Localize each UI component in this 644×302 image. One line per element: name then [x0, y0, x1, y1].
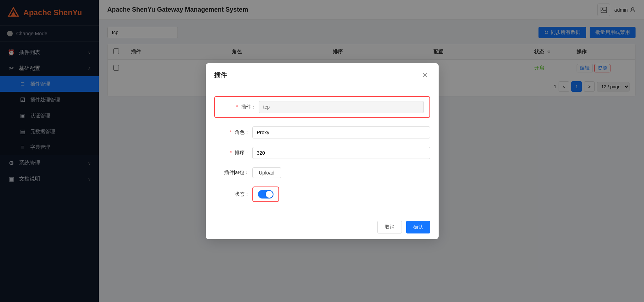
modal-title: 插件	[214, 71, 227, 79]
order-input[interactable]	[252, 147, 430, 159]
modal-body: * 插件： * 角色： * 排序：	[206, 86, 439, 215]
modal-overlay: 插件 ✕ * 插件： * 角色：	[0, 0, 644, 302]
cancel-button[interactable]: 取消	[377, 221, 402, 233]
plugin-modal: 插件 ✕ * 插件： * 角色：	[206, 63, 439, 239]
status-field: 状态：	[214, 186, 430, 202]
status-label: 状态：	[214, 191, 249, 197]
order-label: * 排序：	[214, 150, 249, 156]
modal-header: 插件 ✕	[206, 63, 439, 86]
role-label: * 角色：	[214, 129, 249, 136]
plugin-field-wrapper: * 插件：	[214, 96, 430, 118]
order-field: * 排序：	[214, 147, 430, 159]
role-field: * 角色：	[214, 126, 430, 138]
confirm-button[interactable]: 确认	[406, 221, 430, 233]
jar-label: 插件jar包：	[214, 170, 249, 176]
plugin-label: * 插件：	[221, 104, 256, 110]
upload-button[interactable]: Upload	[252, 167, 281, 178]
status-toggle[interactable]	[258, 190, 273, 199]
role-input[interactable]	[252, 126, 430, 138]
plugin-input[interactable]	[259, 101, 424, 113]
status-toggle-wrapper	[252, 186, 279, 202]
toggle-knob	[266, 191, 273, 198]
modal-close-button[interactable]: ✕	[420, 70, 430, 80]
jar-field: 插件jar包： Upload	[214, 167, 430, 178]
modal-footer: 取消 确认	[206, 215, 439, 239]
